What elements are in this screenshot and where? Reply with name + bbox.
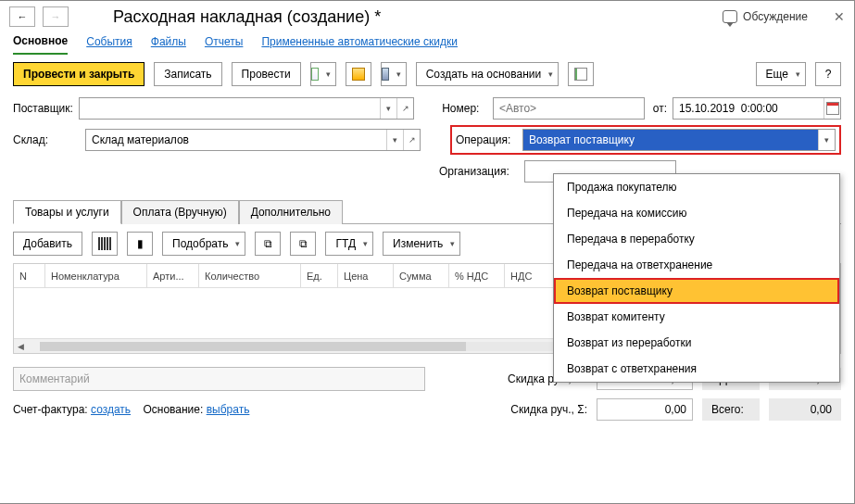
col-n[interactable]: N: [14, 264, 45, 287]
help-button[interactable]: ?: [815, 62, 841, 86]
gtd-button[interactable]: ГТД: [325, 232, 373, 256]
total-label: Всего:: [702, 398, 760, 421]
close-button[interactable]: ✕: [834, 9, 845, 24]
warehouse-open-button[interactable]: ↗: [403, 130, 420, 150]
operation-label: Операция:: [456, 133, 517, 146]
page-title: Расходная накладная (создание) *: [113, 7, 381, 27]
pick-button[interactable]: Подобрать: [162, 232, 245, 256]
print-icon: [382, 68, 389, 81]
supplier-open-button[interactable]: ↗: [396, 98, 413, 119]
print-button[interactable]: [381, 62, 407, 86]
invoice-create-link[interactable]: создать: [91, 403, 131, 416]
col-qty[interactable]: Количество: [199, 264, 301, 287]
copy-button[interactable]: ⧉: [255, 232, 281, 256]
operation-option-5[interactable]: Возврат комитенту: [554, 304, 839, 330]
basis-label: Основание:: [143, 403, 203, 416]
col-sum[interactable]: Сумма: [394, 264, 449, 287]
calendar-button[interactable]: [824, 98, 840, 119]
col-vat-pct[interactable]: % НДС: [449, 264, 505, 287]
col-unit[interactable]: Ед.: [301, 264, 338, 287]
operation-option-3[interactable]: Передача на ответхранение: [554, 252, 839, 278]
operation-input[interactable]: Возврат поставщику: [523, 130, 818, 150]
nav-tab-discounts[interactable]: Примененные автоматические скидки: [261, 35, 458, 54]
doc-icon: [311, 68, 319, 81]
scroll-left-arrow[interactable]: ◀: [14, 342, 27, 351]
col-price[interactable]: Цена: [338, 264, 394, 287]
post-and-close-button[interactable]: Провести и закрыть: [13, 62, 145, 86]
warehouse-input[interactable]: [86, 130, 386, 150]
more-button[interactable]: Еще: [756, 62, 806, 86]
post-button[interactable]: Провести: [232, 62, 301, 86]
tab-payment[interactable]: Оплата (Вручную): [121, 200, 239, 224]
operation-option-1[interactable]: Передача на комиссию: [554, 200, 839, 226]
number-label: Номер:: [442, 102, 487, 115]
discuss-button[interactable]: Обсуждение: [723, 10, 808, 23]
change-button[interactable]: Изменить: [383, 232, 460, 256]
add-row-button[interactable]: Добавить: [13, 232, 82, 256]
save-button[interactable]: Записать: [154, 62, 221, 86]
nav-forward-button[interactable]: →: [43, 6, 69, 27]
operation-option-0[interactable]: Продажа покупателю: [554, 174, 839, 200]
col-article[interactable]: Арти...: [147, 264, 199, 287]
scan-button[interactable]: ▮: [127, 232, 153, 256]
barcode-button[interactable]: [92, 232, 118, 256]
operation-dropdown-button[interactable]: ▾: [818, 130, 835, 150]
create-based-button[interactable]: Создать на основании: [416, 62, 560, 86]
supplier-input[interactable]: [80, 98, 380, 119]
number-input[interactable]: [494, 98, 644, 119]
calendar-icon: [826, 102, 839, 115]
nav-tab-events[interactable]: События: [86, 35, 132, 54]
scroll-thumb[interactable]: [40, 342, 466, 351]
discuss-label: Обсуждение: [743, 10, 808, 23]
operation-dropdown-popup: Продажа покупателю Передача на комиссию …: [553, 173, 840, 383]
discount-sum-label: Скидка руч., Σ:: [510, 403, 587, 416]
basis-select-link[interactable]: выбрать: [207, 403, 250, 416]
organization-label: Организация:: [439, 165, 519, 178]
tab-extra[interactable]: Дополнительно: [239, 200, 343, 224]
operation-option-2[interactable]: Передача в переработку: [554, 226, 839, 252]
nav-tab-reports[interactable]: Отчеты: [205, 35, 243, 54]
warehouse-dropdown-button[interactable]: ▾: [386, 130, 403, 150]
operation-option-7[interactable]: Возврат с ответхранения: [554, 356, 839, 382]
supplier-dropdown-button[interactable]: ▾: [380, 98, 396, 119]
warehouse-label: Склад:: [13, 133, 80, 146]
operation-option-6[interactable]: Возврат из переработки: [554, 330, 839, 356]
col-nomenclature[interactable]: Номенклатура: [45, 264, 147, 287]
barcode-icon: [98, 237, 111, 250]
mail-button[interactable]: [346, 62, 371, 86]
from-label: от:: [650, 102, 667, 115]
discount-sum-input[interactable]: 0,00: [597, 398, 693, 421]
report-button[interactable]: [568, 62, 594, 86]
operation-option-4[interactable]: Возврат поставщику: [554, 278, 839, 304]
main-nav: Основное События Файлы Отчеты Примененны…: [0, 32, 854, 55]
nav-tab-main[interactable]: Основное: [13, 34, 68, 55]
toolbar: Провести и закрыть Записать Провести Соз…: [0, 55, 854, 94]
mail-icon: [352, 68, 365, 81]
attach-button[interactable]: [310, 62, 336, 86]
paste-button[interactable]: ⧉: [290, 232, 316, 256]
nav-back-button[interactable]: ←: [9, 6, 35, 27]
supplier-label: Поставщик:: [13, 102, 73, 115]
speech-icon: [723, 10, 737, 23]
page-icon: [574, 68, 587, 81]
total-value: 0,00: [769, 398, 841, 421]
nav-tab-files[interactable]: Файлы: [151, 35, 186, 54]
date-input[interactable]: [673, 98, 824, 119]
tab-goods[interactable]: Товары и услуги: [13, 200, 121, 224]
invoice-label: Счет-фактура:: [13, 403, 88, 416]
operation-row-highlight: Операция: Возврат поставщику ▾: [450, 125, 841, 155]
col-vat[interactable]: НДС: [505, 264, 547, 287]
comment-input[interactable]: Комментарий: [13, 367, 425, 391]
